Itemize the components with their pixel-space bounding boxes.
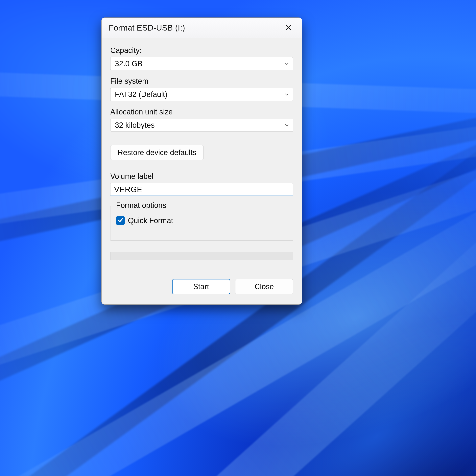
titlebar[interactable]: Format ESD-USB (I:) (102, 18, 302, 38)
start-button[interactable]: Start (172, 279, 230, 294)
dialog-body: Capacity: 32.0 GB File system FAT32 (Def… (102, 38, 302, 305)
quick-format-label: Quick Format (128, 216, 173, 225)
format-options-group: Format options Quick Format (110, 206, 293, 240)
capacity-label: Capacity: (110, 46, 293, 55)
start-button-label: Start (193, 282, 209, 291)
allocation-select[interactable]: 32 kilobytes (110, 119, 293, 132)
close-dialog-button[interactable]: Close (235, 279, 293, 294)
chevron-down-icon (284, 122, 289, 128)
quick-format-row[interactable]: Quick Format (116, 216, 287, 225)
allocation-value: 32 kilobytes (115, 121, 155, 130)
filesystem-label: File system (110, 77, 293, 85)
allocation-label: Allocation unit size (110, 108, 293, 116)
filesystem-value: FAT32 (Default) (115, 90, 167, 99)
format-progress-bar (110, 252, 293, 260)
restore-defaults-label: Restore device defaults (118, 148, 196, 157)
format-dialog: Format ESD-USB (I:) Capacity: 32.0 GB Fi… (101, 17, 302, 305)
volume-label-caption: Volume label (110, 172, 293, 181)
dialog-footer: Start Close (110, 279, 293, 294)
filesystem-select[interactable]: FAT32 (Default) (110, 88, 293, 101)
dialog-title: Format ESD-USB (I:) (109, 23, 185, 33)
close-button[interactable] (280, 21, 296, 35)
capacity-value: 32.0 GB (115, 60, 142, 68)
chevron-down-icon (284, 92, 289, 97)
quick-format-checkbox[interactable] (116, 216, 125, 225)
format-options-legend: Format options (114, 201, 168, 210)
close-icon (285, 24, 292, 32)
close-button-label: Close (255, 282, 274, 291)
text-caret (143, 185, 143, 194)
capacity-select[interactable]: 32.0 GB (110, 57, 293, 70)
check-icon (118, 217, 123, 224)
restore-defaults-button[interactable]: Restore device defaults (110, 145, 204, 160)
chevron-down-icon (284, 61, 289, 66)
volume-label-value: VERGE (114, 185, 142, 194)
volume-label-input[interactable]: VERGE (110, 183, 293, 196)
